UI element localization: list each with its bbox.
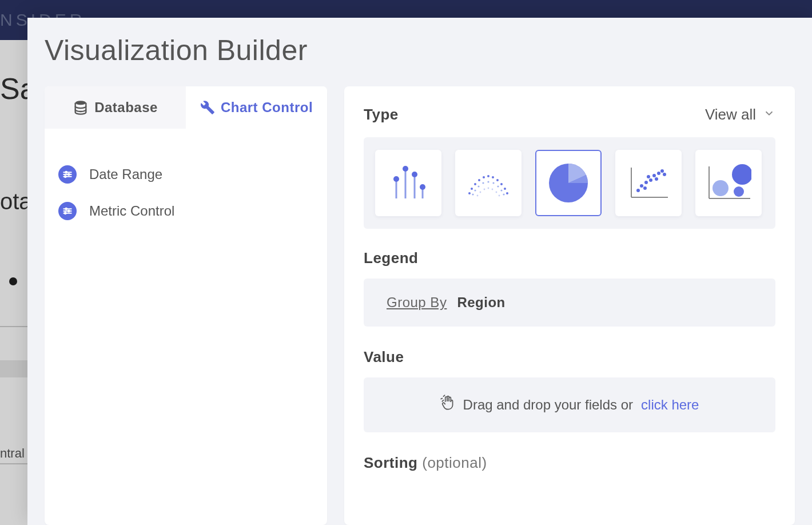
right-panel: Type View all [344, 86, 795, 525]
svg-point-32 [472, 193, 473, 195]
scatter-chart-icon [626, 163, 671, 203]
drag-hand-icon [440, 395, 455, 415]
svg-point-54 [644, 181, 648, 184]
svg-point-36 [487, 181, 489, 182]
svg-point-59 [657, 172, 660, 175]
svg-point-30 [504, 188, 506, 190]
svg-point-44 [488, 188, 489, 189]
lollipop-chart-icon [388, 163, 428, 203]
svg-point-4 [68, 174, 70, 176]
legend-dropzone[interactable]: Group By Region [364, 279, 775, 327]
svg-point-28 [496, 179, 499, 181]
control-item-label: Date Range [89, 166, 162, 182]
svg-point-61 [663, 173, 666, 176]
control-item-label: Metric Control [89, 203, 174, 219]
bubble-chart-icon [706, 163, 751, 203]
type-header: Type View all [364, 106, 775, 124]
value-hint-text: Drag and drop your fields or [463, 397, 634, 413]
pie-chart-icon [546, 161, 591, 205]
tab-chart-control[interactable]: Chart Control [186, 86, 327, 129]
svg-point-10 [68, 210, 70, 212]
svg-point-37 [492, 182, 494, 184]
svg-point-38 [497, 185, 499, 187]
tab-chart-control-label: Chart Control [221, 100, 313, 116]
svg-point-2 [65, 172, 67, 173]
svg-point-22 [471, 188, 473, 190]
view-all-button[interactable]: View all [705, 106, 775, 124]
svg-point-56 [647, 175, 650, 178]
group-by-value: Region [457, 295, 505, 311]
value-dropzone[interactable]: Drag and drop your fields or click here [364, 377, 775, 432]
svg-point-35 [482, 182, 484, 184]
svg-point-51 [636, 189, 640, 192]
group-by-label: Group By [387, 295, 447, 311]
svg-point-45 [492, 189, 493, 190]
svg-point-23 [474, 183, 476, 185]
sliders-icon [58, 165, 77, 184]
tools-icon [200, 100, 215, 115]
arc-dots-chart-icon [463, 166, 514, 200]
control-item-date-range[interactable]: Date Range [56, 156, 316, 193]
type-title: Type [364, 106, 399, 124]
svg-point-46 [496, 192, 497, 193]
sorting-title-text: Sorting [364, 454, 418, 471]
svg-point-40 [503, 193, 504, 195]
svg-point-6 [65, 176, 66, 177]
chart-type-row [364, 137, 775, 229]
svg-point-24 [478, 179, 480, 181]
chart-type-arc-dots[interactable] [455, 150, 522, 216]
svg-point-25 [483, 176, 485, 178]
modal-title: Visualization Builder [45, 34, 795, 67]
chart-type-scatter[interactable] [615, 150, 682, 216]
modal-body: Database Chart Control [45, 86, 795, 525]
svg-point-65 [732, 164, 751, 185]
svg-point-18 [412, 172, 417, 177]
svg-point-57 [652, 174, 656, 177]
tabs: Database Chart Control [45, 86, 327, 129]
svg-point-14 [393, 176, 399, 182]
svg-point-34 [477, 185, 479, 187]
svg-point-33 [474, 189, 476, 191]
svg-point-12 [65, 212, 66, 214]
svg-point-8 [65, 208, 67, 210]
chart-type-lollipop[interactable] [375, 150, 441, 216]
chevron-down-icon [763, 106, 775, 124]
sorting-optional-text: (optional) [422, 454, 487, 471]
svg-point-55 [649, 178, 652, 182]
svg-point-43 [484, 189, 485, 190]
view-all-label: View all [705, 106, 756, 124]
sorting-title: Sorting (optional) [364, 454, 775, 472]
svg-point-58 [655, 177, 658, 181]
svg-point-64 [713, 180, 729, 196]
svg-point-27 [492, 176, 494, 178]
svg-point-53 [643, 186, 647, 190]
legend-title: Legend [364, 249, 775, 267]
tab-database[interactable]: Database [45, 86, 186, 129]
svg-point-39 [500, 189, 502, 191]
svg-point-26 [487, 175, 489, 177]
svg-point-66 [734, 186, 744, 197]
chart-type-pie[interactable] [535, 150, 602, 216]
svg-point-47 [499, 195, 500, 197]
svg-point-21 [468, 192, 471, 194]
control-list: Date Range Metric Control [45, 129, 327, 257]
chart-type-bubble[interactable] [695, 150, 762, 216]
left-panel: Database Chart Control [45, 86, 327, 525]
value-click-here-link[interactable]: click here [641, 397, 699, 413]
control-item-metric-control[interactable]: Metric Control [56, 193, 316, 229]
svg-point-0 [75, 101, 86, 105]
svg-point-52 [640, 184, 643, 188]
svg-point-60 [660, 169, 664, 173]
svg-point-31 [506, 192, 508, 194]
svg-point-41 [477, 195, 479, 197]
visualization-builder-modal: Visualization Builder Database [27, 18, 812, 525]
svg-point-20 [420, 184, 425, 190]
tab-database-label: Database [94, 100, 158, 116]
sliders-icon [58, 202, 77, 220]
svg-point-29 [500, 183, 503, 185]
value-title: Value [364, 348, 775, 366]
svg-point-42 [480, 192, 481, 193]
database-icon [73, 100, 89, 116]
svg-point-16 [403, 166, 408, 172]
